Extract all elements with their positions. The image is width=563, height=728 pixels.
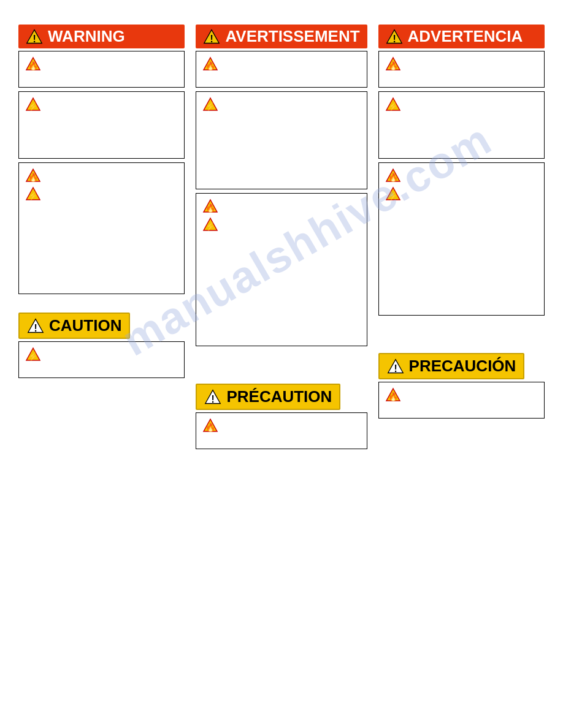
svg-text:🔥: 🔥 (388, 61, 399, 71)
warning-box-es-2: ⚡ (378, 91, 545, 159)
precaution-banner-fr: ! PRÉCAUTION (196, 384, 340, 410)
caution-banner-en: ! CAUTION (18, 313, 130, 339)
svg-text:🔥: 🔥 (388, 172, 399, 183)
top-columns: ! WARNING 🔥 ⚡ (18, 25, 545, 453)
precaution-label-fr: PRÉCAUTION (226, 387, 332, 406)
precaution-triangle-icon-fr: ! (204, 389, 221, 406)
svg-text:🔥: 🔥 (28, 172, 39, 183)
precaution-section-es: ! PRECAUCIÓN 🔥 (378, 353, 545, 422)
precaution-box-fr-1: 🔥 (196, 412, 367, 449)
fire-icon-2: 🔥 (25, 168, 41, 184)
svg-text:⚡: ⚡ (205, 221, 216, 232)
electric-icon-fr-1: ⚡ (202, 97, 218, 113)
precaution-section-fr: ! PRÉCAUTION 🔥 (196, 384, 367, 453)
svg-text:!: ! (34, 322, 37, 333)
col-warning-es: ! ADVERTENCIA 🔥 ⚡ (378, 25, 545, 453)
svg-text:!: ! (210, 33, 213, 44)
electric-icon-es-1: ⚡ (385, 97, 401, 113)
fire-icon-es-1: 🔥 (385, 56, 401, 72)
warning-label-fr: AVERTISSEMENT (225, 27, 359, 46)
caution-section-en: ! CAUTION ⚡ (18, 313, 185, 382)
warning-box-es-1: 🔥 (378, 51, 545, 88)
svg-text:🔥: 🔥 (205, 203, 216, 213)
caution-label-en: CAUTION (49, 316, 121, 335)
warning-box-fr-1: 🔥 (196, 51, 367, 88)
warning-banner-fr: ! AVERTISSEMENT (196, 25, 367, 48)
warning-box-fr-3: 🔥 ⚡ (196, 193, 367, 346)
precaution-banner-es: ! PRECAUCIÓN (378, 353, 525, 379)
caution-box-en-1: ⚡ (18, 341, 185, 378)
precaution-label-es: PRECAUCIÓN (409, 357, 516, 376)
svg-text:🔥: 🔥 (205, 61, 216, 71)
warning-box-es-3: 🔥 ⚡ (378, 162, 545, 316)
warning-banner-es: ! ADVERTENCIA (378, 25, 545, 48)
electric-icon-fr-2: ⚡ (202, 217, 218, 233)
svg-text:⚡: ⚡ (28, 351, 39, 362)
warning-box-en-3: 🔥 ⚡ (18, 162, 185, 294)
svg-text:⚡: ⚡ (388, 101, 399, 112)
svg-text:!: ! (33, 33, 36, 44)
precaution-triangle-icon-es: ! (387, 358, 404, 375)
svg-text:!: ! (393, 33, 396, 44)
warning-label-en: WARNING (48, 27, 125, 46)
caution-triangle-icon: ! (27, 317, 44, 335)
fire-icon-precaution-fr: 🔥 (202, 418, 218, 434)
fire-icon-precaution-es: 🔥 (385, 387, 401, 403)
warning-box-en-1: 🔥 (18, 51, 185, 88)
svg-text:🔥: 🔥 (205, 422, 216, 433)
svg-text:🔥: 🔥 (28, 61, 39, 71)
fire-icon-1: 🔥 (25, 56, 41, 72)
electric-icon-caution: ⚡ (25, 347, 41, 363)
svg-text:⚡: ⚡ (388, 191, 399, 201)
electric-icon-1: ⚡ (25, 97, 41, 113)
svg-text:🔥: 🔥 (388, 392, 399, 402)
fire-icon-fr-2: 🔥 (202, 199, 218, 214)
page: manualshhive.com ! WARNING 🔥 (0, 0, 563, 728)
warning-box-en-2: ⚡ (18, 91, 185, 159)
col-warning-fr: ! AVERTISSEMENT 🔥 ⚡ (196, 25, 367, 453)
fire-icon-es-2: 🔥 (385, 168, 401, 184)
warning-label-es: ADVERTENCIA (408, 27, 523, 46)
warning-triangle-icon-fr: ! (203, 28, 220, 45)
svg-text:!: ! (212, 393, 215, 404)
precaution-box-es-1: 🔥 (378, 382, 545, 419)
svg-text:⚡: ⚡ (28, 191, 39, 201)
svg-text:⚡: ⚡ (205, 101, 216, 112)
warning-triangle-icon: ! (26, 28, 43, 45)
electric-icon-es-2: ⚡ (385, 186, 401, 202)
warning-banner-en: ! WARNING (18, 25, 185, 48)
electric-icon-2: ⚡ (25, 186, 41, 202)
warning-box-fr-2: ⚡ (196, 91, 367, 189)
col-warning-en: ! WARNING 🔥 ⚡ (18, 25, 185, 453)
svg-text:!: ! (394, 363, 397, 373)
svg-text:⚡: ⚡ (28, 101, 39, 112)
warning-triangle-icon-es: ! (386, 28, 403, 45)
fire-icon-fr-1: 🔥 (202, 56, 218, 72)
